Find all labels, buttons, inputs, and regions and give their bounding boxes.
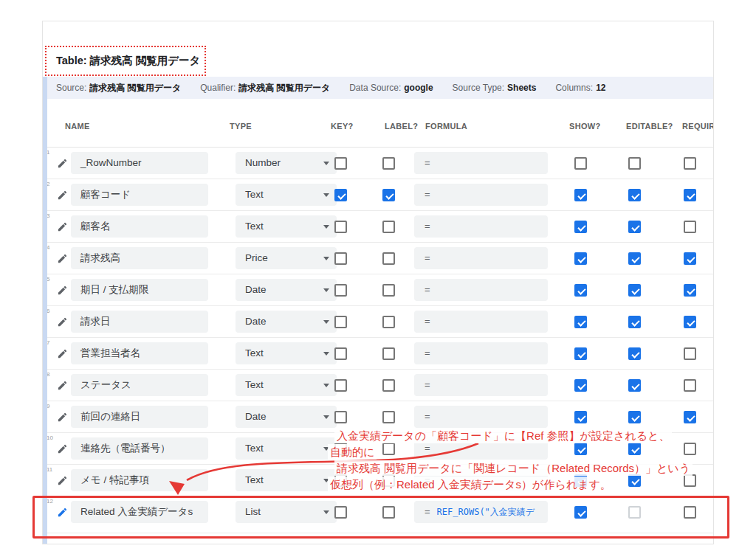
editable-checkbox[interactable] (628, 443, 641, 455)
formula-input[interactable]: = (414, 152, 548, 174)
show-checkbox[interactable] (574, 443, 587, 455)
show-checkbox[interactable] (574, 506, 587, 519)
editable-checkbox[interactable] (628, 189, 641, 201)
require-checkbox[interactable] (684, 252, 696, 265)
formula-input[interactable]: = (414, 279, 548, 301)
key-checkbox[interactable] (334, 379, 347, 392)
column-type-select[interactable]: Text (236, 342, 337, 364)
edit-pencil-icon[interactable] (57, 380, 68, 391)
label-checkbox[interactable] (382, 443, 395, 455)
column-name-input[interactable]: 営業担当者名 (71, 342, 208, 364)
key-checkbox[interactable] (334, 506, 347, 519)
label-checkbox[interactable] (382, 284, 395, 297)
column-name-input[interactable]: 請求日 (71, 311, 208, 333)
formula-input[interactable]: = (414, 406, 548, 428)
formula-input[interactable]: = (414, 374, 548, 396)
editable-checkbox[interactable] (628, 411, 641, 423)
edit-pencil-icon[interactable] (57, 285, 68, 296)
edit-pencil-icon[interactable] (57, 190, 68, 201)
formula-input[interactable]: = (414, 311, 548, 333)
require-checkbox[interactable] (684, 474, 696, 487)
show-checkbox[interactable] (574, 347, 587, 360)
label-checkbox[interactable] (382, 316, 395, 328)
formula-input[interactable]: = (414, 184, 548, 206)
label-checkbox[interactable] (382, 506, 395, 519)
column-type-select[interactable]: Number (236, 152, 337, 174)
edit-pencil-icon[interactable] (57, 507, 68, 518)
require-checkbox[interactable] (684, 506, 696, 519)
column-type-select[interactable]: Price (236, 247, 337, 269)
column-name-input[interactable]: Related 入金実績データs (71, 501, 208, 523)
column-type-select[interactable]: Date (236, 311, 337, 333)
column-name-input[interactable]: ステータス (71, 374, 208, 396)
column-name-input[interactable]: 前回の連絡日 (71, 406, 208, 428)
column-name-input[interactable]: 請求残高 (71, 247, 208, 269)
show-checkbox[interactable] (574, 411, 587, 423)
require-checkbox[interactable] (684, 316, 696, 328)
edit-pencil-icon[interactable] (57, 253, 68, 264)
require-checkbox[interactable] (684, 221, 696, 233)
label-checkbox[interactable] (382, 221, 395, 233)
require-checkbox[interactable] (684, 284, 696, 297)
require-checkbox[interactable] (684, 189, 696, 201)
edit-pencil-icon[interactable] (57, 475, 68, 486)
editable-checkbox[interactable] (628, 252, 641, 265)
editable-checkbox[interactable] (628, 347, 641, 360)
key-checkbox[interactable] (334, 221, 347, 233)
key-checkbox[interactable] (334, 189, 347, 201)
label-checkbox[interactable] (382, 157, 395, 170)
column-name-input[interactable]: _RowNumber (71, 152, 208, 174)
column-type-select[interactable]: Date (236, 406, 337, 428)
edit-pencil-icon[interactable] (57, 221, 68, 232)
edit-pencil-icon[interactable] (57, 443, 68, 454)
editable-checkbox[interactable] (628, 221, 641, 233)
require-checkbox[interactable] (684, 379, 696, 392)
show-checkbox[interactable] (574, 316, 587, 328)
column-type-select[interactable]: Text (236, 469, 337, 491)
show-checkbox[interactable] (574, 284, 587, 297)
editable-checkbox[interactable] (628, 379, 641, 392)
key-checkbox[interactable] (334, 316, 347, 328)
require-checkbox[interactable] (684, 157, 696, 170)
column-type-select[interactable]: Date (236, 279, 337, 301)
editable-checkbox[interactable] (628, 506, 641, 519)
label-checkbox[interactable] (382, 411, 395, 423)
formula-input[interactable]: = (414, 342, 548, 364)
column-name-input[interactable]: 顧客名 (71, 215, 208, 238)
column-name-input[interactable]: メモ / 特記事項 (71, 469, 208, 491)
column-name-input[interactable]: 連絡先（電話番号） (71, 437, 208, 460)
key-checkbox[interactable] (334, 284, 347, 297)
key-checkbox[interactable] (334, 157, 347, 170)
column-type-select[interactable]: List (236, 501, 337, 523)
label-checkbox[interactable] (382, 379, 395, 392)
column-type-select[interactable]: Text (236, 374, 337, 396)
formula-input[interactable]: = (414, 215, 548, 238)
show-checkbox[interactable] (574, 157, 587, 170)
column-type-select[interactable]: Text (236, 184, 337, 206)
edit-pencil-icon[interactable] (57, 316, 68, 328)
column-type-select[interactable]: Text (236, 437, 337, 460)
editable-checkbox[interactable] (628, 284, 641, 297)
column-name-input[interactable]: 期日 / 支払期限 (71, 279, 208, 301)
show-checkbox[interactable] (574, 189, 587, 201)
show-checkbox[interactable] (574, 252, 587, 265)
key-checkbox[interactable] (334, 252, 347, 265)
require-checkbox[interactable] (684, 347, 696, 360)
editable-checkbox[interactable] (628, 316, 641, 328)
column-name-input[interactable]: 顧客コード (71, 184, 208, 206)
formula-input[interactable]: = (414, 247, 548, 269)
editable-checkbox[interactable] (628, 474, 641, 487)
label-checkbox[interactable] (382, 189, 395, 201)
label-checkbox[interactable] (382, 252, 395, 265)
require-checkbox[interactable] (684, 411, 696, 423)
require-checkbox[interactable] (684, 443, 696, 455)
formula-input[interactable]: =REF_ROWS("入金実績デ (414, 501, 548, 523)
key-checkbox[interactable] (334, 411, 347, 423)
edit-pencil-icon[interactable] (57, 348, 68, 359)
edit-pencil-icon[interactable] (57, 158, 68, 169)
column-type-select[interactable]: Text (236, 215, 337, 238)
show-checkbox[interactable] (574, 221, 587, 233)
edit-pencil-icon[interactable] (57, 412, 68, 423)
editable-checkbox[interactable] (628, 157, 641, 170)
label-checkbox[interactable] (382, 347, 395, 360)
